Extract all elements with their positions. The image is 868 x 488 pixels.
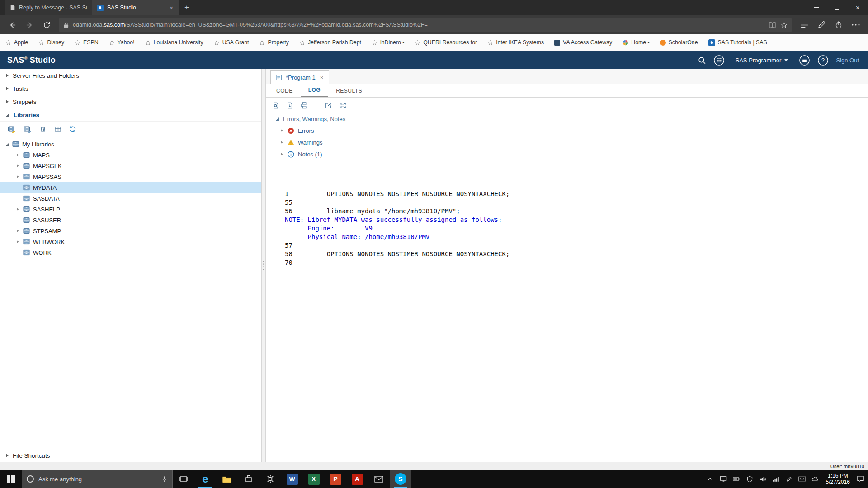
- expand-icon[interactable]: [17, 154, 19, 156]
- library-item-mydata[interactable]: MYDATA: [0, 182, 261, 193]
- expand-icon[interactable]: [281, 153, 283, 155]
- document-tab-program1[interactable]: *Program 1 ×: [270, 70, 329, 84]
- expand-icon[interactable]: [17, 240, 19, 243]
- url-field[interactable]: odamid.oda.sas.com/SASStudio/main?locale…: [59, 18, 792, 32]
- expand-icon[interactable]: [17, 208, 19, 211]
- web-note-button[interactable]: [814, 17, 829, 33]
- library-item-maps[interactable]: MAPS: [0, 150, 261, 160]
- role-selector[interactable]: SAS Programmer: [732, 57, 792, 64]
- tree-root-my-libraries[interactable]: My Libraries: [0, 139, 261, 150]
- tray-cloud-icon[interactable]: [809, 470, 822, 488]
- section-snippets[interactable]: Snippets: [0, 95, 261, 108]
- tray-monitor-icon[interactable]: [717, 470, 730, 488]
- section-tasks[interactable]: Tasks: [0, 82, 261, 95]
- help-icon[interactable]: ?: [817, 55, 829, 66]
- taskbar-excel-button[interactable]: X: [303, 470, 325, 488]
- favorite-queri-resources-for[interactable]: QUERI Resources for: [415, 39, 477, 46]
- taskbar-skype-button[interactable]: S: [390, 470, 411, 488]
- refresh-button[interactable]: [39, 17, 54, 33]
- taskbar-store-button[interactable]: [238, 470, 259, 488]
- taskbar-file-explorer-button[interactable]: [216, 470, 238, 488]
- minimize-button[interactable]: [806, 0, 826, 15]
- taskbar-clock[interactable]: 1:16 PM 5/27/2016: [822, 473, 854, 485]
- back-button[interactable]: [5, 17, 20, 33]
- download-log-icon[interactable]: [286, 102, 293, 109]
- library-item-sasdata[interactable]: SASDATA: [0, 193, 261, 204]
- message-group-error[interactable]: Errors: [266, 125, 868, 136]
- library-item-mapsgfk[interactable]: MAPSGFK: [0, 160, 261, 171]
- expand-icon[interactable]: [281, 141, 283, 144]
- maximize-view-icon[interactable]: [339, 102, 347, 109]
- menu-icon[interactable]: [799, 55, 810, 66]
- taskbar-acrobat-button[interactable]: A: [346, 470, 368, 488]
- reading-view-icon[interactable]: [769, 22, 776, 28]
- favorite-yahoo[interactable]: Yahoo!: [109, 39, 135, 46]
- taskbar-word-button[interactable]: W: [281, 470, 303, 488]
- view-tab-code[interactable]: CODE: [269, 84, 301, 97]
- library-item-work[interactable]: WORK: [0, 247, 261, 258]
- delete-icon[interactable]: [39, 126, 47, 133]
- taskbar-powerpoint-button[interactable]: P: [325, 470, 346, 488]
- favorite-scholarone[interactable]: ScholarOne: [660, 39, 698, 46]
- apps-grid-icon[interactable]: [713, 55, 725, 66]
- table-view-icon[interactable]: [54, 126, 61, 133]
- favorite-home[interactable]: Home -: [623, 39, 649, 46]
- library-item-webwork[interactable]: WEBWORK: [0, 236, 261, 247]
- tray-speaker-icon[interactable]: [756, 470, 769, 488]
- library-item-sashelp[interactable]: SASHELP: [0, 204, 261, 215]
- more-button[interactable]: [848, 17, 863, 33]
- forward-button[interactable]: [22, 17, 37, 33]
- section-server-files[interactable]: Server Files and Folders: [0, 69, 261, 82]
- tray-chevron-up-icon[interactable]: [704, 470, 717, 488]
- tray-pen-small-icon[interactable]: [783, 470, 796, 488]
- expand-icon[interactable]: [17, 175, 19, 178]
- open-in-new-window-icon[interactable]: [325, 102, 332, 109]
- taskbar-search[interactable]: [22, 470, 173, 488]
- start-button[interactable]: [0, 470, 22, 488]
- search-input[interactable]: [38, 476, 157, 483]
- library-item-sasuser[interactable]: SASUSER: [0, 215, 261, 225]
- print-icon[interactable]: [300, 102, 308, 109]
- favorite-sas-tutorials-sas[interactable]: SAS Tutorials | SAS: [708, 39, 767, 46]
- expand-icon[interactable]: [281, 129, 283, 132]
- favorite-star-icon[interactable]: [781, 22, 788, 28]
- task-view-button[interactable]: [173, 470, 194, 488]
- library-item-stpsamp[interactable]: STPSAMP: [0, 225, 261, 236]
- message-group-note[interactable]: Notes (1): [266, 148, 868, 160]
- search-icon[interactable]: [698, 56, 706, 65]
- new-library-icon[interactable]: [8, 125, 16, 133]
- messages-header[interactable]: Errors, Warnings, Notes: [266, 113, 868, 125]
- favorite-va-access-gateway[interactable]: VA Access Gateway: [554, 39, 612, 46]
- favorite-property[interactable]: Property: [259, 39, 288, 46]
- favorite-jefferson-parish-dept[interactable]: Jefferson Parish Dept: [299, 39, 361, 46]
- taskbar-edge-button[interactable]: e: [194, 470, 216, 488]
- favorite-disney[interactable]: Disney: [38, 39, 64, 46]
- favorite-espn[interactable]: ESPN: [75, 39, 99, 46]
- favorite-apple[interactable]: Apple: [5, 39, 28, 46]
- section-libraries[interactable]: Libraries: [0, 108, 261, 122]
- message-group-warning[interactable]: Warnings: [266, 136, 868, 148]
- maximize-button[interactable]: [826, 0, 847, 15]
- sign-out-button[interactable]: Sign Out: [836, 57, 859, 64]
- share-button[interactable]: [831, 17, 846, 33]
- tray-plug-icon[interactable]: [730, 470, 743, 488]
- tray-keyboard-icon[interactable]: [796, 470, 809, 488]
- microphone-icon[interactable]: [161, 475, 168, 483]
- action-center-button[interactable]: [854, 470, 867, 488]
- section-file-shortcuts[interactable]: File Shortcuts: [0, 449, 261, 462]
- new-tab-button[interactable]: +: [179, 0, 194, 15]
- tray-shield-icon[interactable]: [743, 470, 756, 488]
- hub-button[interactable]: [797, 17, 812, 33]
- close-tab-icon[interactable]: ×: [319, 74, 325, 81]
- expand-icon[interactable]: [17, 164, 19, 167]
- assign-library-icon[interactable]: [24, 125, 32, 133]
- view-tab-log[interactable]: LOG: [301, 84, 329, 97]
- tab-close-icon[interactable]: ×: [169, 5, 174, 11]
- expand-icon[interactable]: [17, 230, 19, 232]
- view-tab-results[interactable]: RESULTS: [328, 84, 370, 97]
- favorite-indinero[interactable]: inDinero -: [372, 39, 404, 46]
- pane-splitter[interactable]: [261, 69, 266, 462]
- browser-tab-sas-studio[interactable]: SAS Studio×: [92, 0, 179, 15]
- library-item-mapssas[interactable]: MAPSSAS: [0, 171, 261, 182]
- refresh-libraries-icon[interactable]: [69, 126, 76, 133]
